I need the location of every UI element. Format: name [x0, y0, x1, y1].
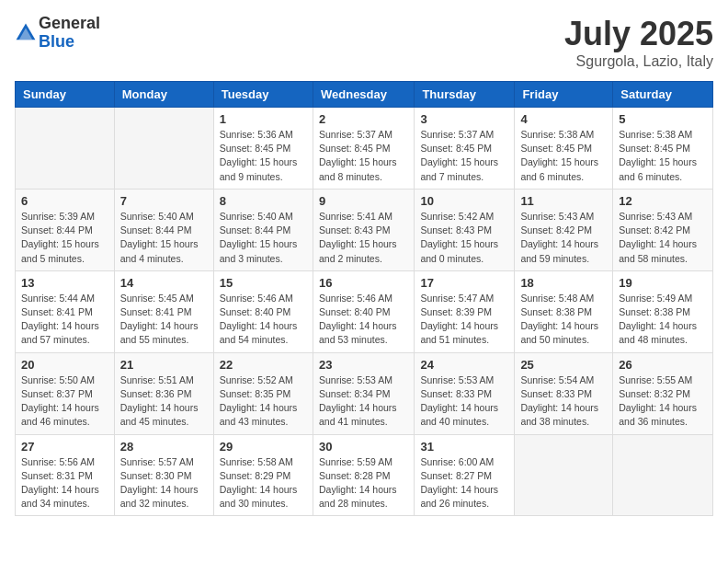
calendar-day-cell: 10Sunrise: 5:42 AM Sunset: 8:43 PM Dayli…: [415, 189, 515, 270]
day-info: Sunrise: 5:38 AM Sunset: 8:45 PM Dayligh…: [520, 128, 607, 184]
day-info: Sunrise: 5:45 AM Sunset: 8:41 PM Dayligh…: [120, 292, 208, 348]
day-info: Sunrise: 5:52 AM Sunset: 8:35 PM Dayligh…: [220, 373, 307, 430]
day-number: 29: [220, 440, 307, 454]
calendar-day-cell: 1Sunrise: 5:36 AM Sunset: 8:45 PM Daylig…: [213, 108, 313, 190]
calendar-day-cell: [16, 108, 115, 190]
day-info: Sunrise: 5:49 AM Sunset: 8:38 PM Dayligh…: [619, 292, 707, 348]
calendar-day-cell: 12Sunrise: 5:43 AM Sunset: 8:42 PM Dayli…: [613, 189, 713, 270]
day-number: 8: [220, 194, 307, 208]
calendar-day-cell: [515, 434, 613, 516]
day-number: 14: [120, 276, 208, 290]
day-number: 30: [319, 440, 408, 454]
day-number: 13: [21, 276, 108, 290]
calendar-day-cell: 25Sunrise: 5:54 AM Sunset: 8:33 PM Dayli…: [515, 352, 613, 434]
day-info: Sunrise: 5:41 AM Sunset: 8:43 PM Dayligh…: [319, 210, 408, 266]
day-info: Sunrise: 5:51 AM Sunset: 8:36 PM Dayligh…: [120, 373, 208, 430]
weekday-header-cell: Friday: [515, 82, 613, 108]
calendar-day-cell: 7Sunrise: 5:40 AM Sunset: 8:44 PM Daylig…: [114, 189, 213, 270]
day-number: 9: [319, 194, 408, 208]
day-info: Sunrise: 5:53 AM Sunset: 8:34 PM Dayligh…: [319, 373, 408, 430]
weekday-header-cell: Saturday: [613, 82, 713, 108]
calendar-day-cell: 14Sunrise: 5:45 AM Sunset: 8:41 PM Dayli…: [114, 270, 213, 352]
calendar-day-cell: 2Sunrise: 5:37 AM Sunset: 8:45 PM Daylig…: [313, 108, 414, 190]
day-info: Sunrise: 5:43 AM Sunset: 8:42 PM Dayligh…: [619, 210, 707, 266]
day-number: 3: [420, 112, 508, 126]
calendar-week-row: 13Sunrise: 5:44 AM Sunset: 8:41 PM Dayli…: [16, 270, 713, 352]
day-info: Sunrise: 5:57 AM Sunset: 8:30 PM Dayligh…: [120, 455, 208, 511]
day-info: Sunrise: 5:48 AM Sunset: 8:38 PM Dayligh…: [520, 292, 607, 348]
calendar-table: SundayMondayTuesdayWednesdayThursdayFrid…: [15, 81, 713, 516]
day-number: 4: [520, 112, 607, 126]
day-number: 24: [420, 358, 508, 372]
day-info: Sunrise: 5:40 AM Sunset: 8:44 PM Dayligh…: [120, 210, 208, 266]
day-number: 6: [21, 194, 108, 208]
calendar-day-cell: 3Sunrise: 5:37 AM Sunset: 8:45 PM Daylig…: [415, 108, 515, 190]
calendar-body: 1Sunrise: 5:36 AM Sunset: 8:45 PM Daylig…: [16, 108, 713, 516]
weekday-header-cell: Wednesday: [313, 82, 414, 108]
day-number: 17: [420, 276, 508, 290]
day-info: Sunrise: 5:56 AM Sunset: 8:31 PM Dayligh…: [21, 455, 108, 511]
calendar-day-cell: 16Sunrise: 5:46 AM Sunset: 8:40 PM Dayli…: [313, 270, 414, 352]
day-number: 7: [120, 194, 208, 208]
page-header: General Blue July 2025 Sgurgola, Lazio, …: [15, 15, 713, 70]
logo-general: General: [39, 15, 100, 33]
calendar-day-cell: 27Sunrise: 5:56 AM Sunset: 8:31 PM Dayli…: [16, 434, 115, 516]
weekday-header-cell: Monday: [114, 82, 213, 108]
calendar-day-cell: 24Sunrise: 5:53 AM Sunset: 8:33 PM Dayli…: [415, 352, 515, 434]
calendar-day-cell: 28Sunrise: 5:57 AM Sunset: 8:30 PM Dayli…: [114, 434, 213, 516]
day-info: Sunrise: 5:55 AM Sunset: 8:32 PM Dayligh…: [619, 373, 707, 430]
calendar-day-cell: [613, 434, 713, 516]
day-number: 11: [520, 194, 607, 208]
calendar-day-cell: [114, 108, 213, 190]
day-info: Sunrise: 5:38 AM Sunset: 8:45 PM Dayligh…: [619, 128, 707, 184]
calendar-week-row: 6Sunrise: 5:39 AM Sunset: 8:44 PM Daylig…: [16, 189, 713, 270]
day-info: Sunrise: 5:46 AM Sunset: 8:40 PM Dayligh…: [220, 292, 307, 348]
calendar-day-cell: 13Sunrise: 5:44 AM Sunset: 8:41 PM Dayli…: [16, 270, 115, 352]
location-title: Sgurgola, Lazio, Italy: [564, 53, 713, 70]
day-number: 22: [220, 358, 307, 372]
calendar-day-cell: 15Sunrise: 5:46 AM Sunset: 8:40 PM Dayli…: [213, 270, 313, 352]
weekday-header-cell: Sunday: [16, 82, 115, 108]
day-info: Sunrise: 5:43 AM Sunset: 8:42 PM Dayligh…: [520, 210, 607, 266]
day-number: 2: [319, 112, 408, 126]
logo-icon: [15, 22, 37, 44]
day-number: 23: [319, 358, 408, 372]
calendar-day-cell: 6Sunrise: 5:39 AM Sunset: 8:44 PM Daylig…: [16, 189, 115, 270]
calendar-day-cell: 18Sunrise: 5:48 AM Sunset: 8:38 PM Dayli…: [515, 270, 613, 352]
calendar-day-cell: 4Sunrise: 5:38 AM Sunset: 8:45 PM Daylig…: [515, 108, 613, 190]
calendar-day-cell: 8Sunrise: 5:40 AM Sunset: 8:44 PM Daylig…: [213, 189, 313, 270]
day-number: 5: [619, 112, 707, 126]
day-number: 27: [21, 440, 108, 454]
day-number: 25: [520, 358, 607, 372]
calendar-week-row: 20Sunrise: 5:50 AM Sunset: 8:37 PM Dayli…: [16, 352, 713, 434]
logo-text: General Blue: [39, 15, 100, 52]
calendar-day-cell: 17Sunrise: 5:47 AM Sunset: 8:39 PM Dayli…: [415, 270, 515, 352]
calendar-day-cell: 30Sunrise: 5:59 AM Sunset: 8:28 PM Dayli…: [313, 434, 414, 516]
day-number: 18: [520, 276, 607, 290]
day-number: 12: [619, 194, 707, 208]
day-number: 31: [420, 440, 508, 454]
day-number: 16: [319, 276, 408, 290]
day-info: Sunrise: 5:40 AM Sunset: 8:44 PM Dayligh…: [220, 210, 307, 266]
day-number: 15: [220, 276, 307, 290]
calendar-week-row: 1Sunrise: 5:36 AM Sunset: 8:45 PM Daylig…: [16, 108, 713, 190]
day-number: 26: [619, 358, 707, 372]
calendar-day-cell: 26Sunrise: 5:55 AM Sunset: 8:32 PM Dayli…: [613, 352, 713, 434]
day-number: 19: [619, 276, 707, 290]
calendar-day-cell: 22Sunrise: 5:52 AM Sunset: 8:35 PM Dayli…: [213, 352, 313, 434]
logo-blue: Blue: [39, 33, 100, 52]
calendar-day-cell: 20Sunrise: 5:50 AM Sunset: 8:37 PM Dayli…: [16, 352, 115, 434]
day-number: 10: [420, 194, 508, 208]
day-info: Sunrise: 5:37 AM Sunset: 8:45 PM Dayligh…: [319, 128, 408, 184]
day-info: Sunrise: 5:36 AM Sunset: 8:45 PM Dayligh…: [220, 128, 307, 184]
title-area: July 2025 Sgurgola, Lazio, Italy: [564, 15, 713, 70]
calendar-week-row: 27Sunrise: 5:56 AM Sunset: 8:31 PM Dayli…: [16, 434, 713, 516]
day-info: Sunrise: 5:44 AM Sunset: 8:41 PM Dayligh…: [21, 292, 108, 348]
day-info: Sunrise: 6:00 AM Sunset: 8:27 PM Dayligh…: [420, 455, 508, 511]
calendar-day-cell: 23Sunrise: 5:53 AM Sunset: 8:34 PM Dayli…: [313, 352, 414, 434]
calendar-day-cell: 31Sunrise: 6:00 AM Sunset: 8:27 PM Dayli…: [415, 434, 515, 516]
calendar-day-cell: 5Sunrise: 5:38 AM Sunset: 8:45 PM Daylig…: [613, 108, 713, 190]
day-number: 28: [120, 440, 208, 454]
month-title: July 2025: [564, 15, 713, 53]
day-info: Sunrise: 5:47 AM Sunset: 8:39 PM Dayligh…: [420, 292, 508, 348]
